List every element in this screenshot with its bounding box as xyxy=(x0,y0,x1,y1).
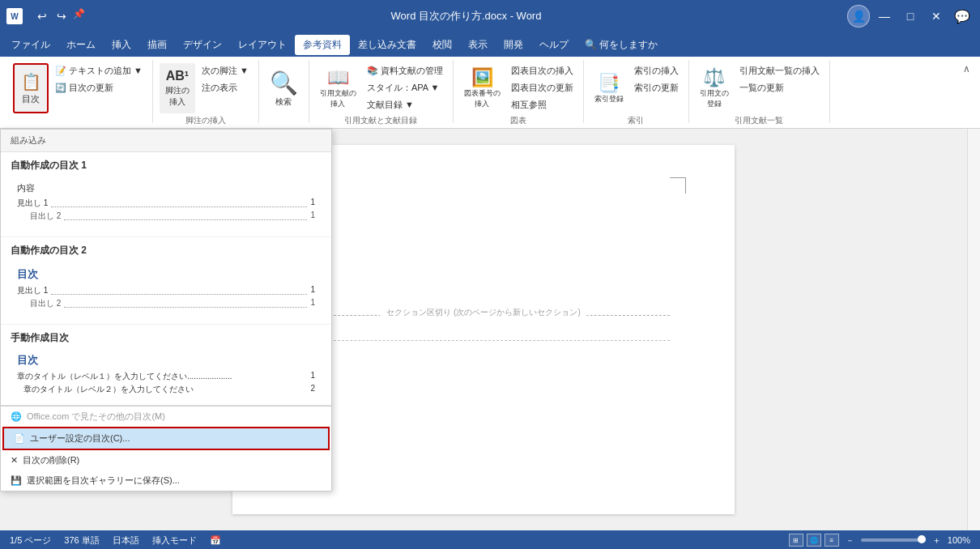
section-break-line2 xyxy=(297,340,670,341)
menu-mailings[interactable]: 差し込み文書 xyxy=(350,35,424,55)
menu-references[interactable]: 参考資料 xyxy=(295,35,350,55)
print-view-icon[interactable]: ⊞ xyxy=(789,534,803,547)
menu-view[interactable]: 表示 xyxy=(460,35,496,55)
cross-ref-button[interactable]: 相互参照 xyxy=(508,97,577,113)
insert-citation-button[interactable]: 📖 引用文献の挿入 xyxy=(316,63,360,113)
toc-dots-1 xyxy=(51,206,307,207)
zoom-plus-icon[interactable]: ＋ xyxy=(932,534,941,547)
menu-help[interactable]: ヘルプ xyxy=(531,35,577,55)
toc-dots-4 xyxy=(64,307,307,308)
index-group-label: 索引 xyxy=(628,115,644,126)
captions-small-btns: 図表目次の挿入 図表目次の更新 相互参照 xyxy=(508,63,577,113)
zoom-level: 100% xyxy=(948,535,970,545)
show-note-button[interactable]: 注の表示 xyxy=(198,80,252,96)
search-button[interactable]: 🔍 検索 xyxy=(266,63,302,113)
index-group-content: 📑 索引登録 索引の挿入 索引の更新 xyxy=(590,60,682,113)
view-icons: ⊞ 🌐 ≡ xyxy=(789,534,839,547)
word-icon: W xyxy=(6,8,23,24)
menu-review[interactable]: 校閲 xyxy=(424,35,460,55)
footnote-button[interactable]: AB¹ 脚注の挿入 xyxy=(160,63,195,113)
menu-develop[interactable]: 開発 xyxy=(496,35,531,55)
citations-small-btns: 📚資料文献の管理 スタイル：APA ▼ 文献目録 ▼ xyxy=(364,63,446,113)
toc-line-3: 見出し 1 1 xyxy=(17,285,315,296)
ribbon-collapse-button[interactable]: ∧ xyxy=(960,60,974,78)
insert-table-caption-button[interactable]: 図表目次の挿入 xyxy=(508,63,577,79)
globe-icon: 🌐 xyxy=(11,411,22,422)
menu-bar: ファイル ホーム 挿入 描画 デザイン レイアウト 参考資料 差し込み文書 校閲… xyxy=(0,32,980,57)
page-corner xyxy=(670,177,686,194)
bibliography-button[interactable]: 文献目録 ▼ xyxy=(364,97,446,113)
auto1-preview-title: 内容 xyxy=(17,182,315,194)
remove-toc-icon: ✕ xyxy=(11,455,18,466)
update-table-caption-button[interactable]: 図表目次の更新 xyxy=(508,80,577,96)
zoom-slider[interactable] xyxy=(861,538,926,542)
manual-line-2: 章のタイトル（レベル２）を入力してください 2 xyxy=(17,384,315,395)
undo-redo-group: ↩ ↪ 📌 xyxy=(34,8,85,24)
page-info: 1/5 ページ xyxy=(10,534,51,547)
minimize-button[interactable]: — xyxy=(873,5,896,28)
undo-button[interactable]: ↩ xyxy=(34,8,50,24)
toc-dropdown: 組み込み 自動作成の目次 1 内容 見出し 1 1 目出し 2 1 自動作成の目… xyxy=(0,129,332,492)
toc-dots-2 xyxy=(64,219,307,220)
menu-file[interactable]: ファイル xyxy=(3,35,58,55)
next-footnote-button[interactable]: 次の脚注 ▼ xyxy=(198,63,252,79)
ribbon-group-search: 🔍 検索 xyxy=(259,60,309,123)
toc-button[interactable]: 📋 目次 xyxy=(13,63,49,113)
manual-line-1: 章のタイトル（レベル１）を入力してください...................… xyxy=(17,371,315,382)
toc-line-1: 見出し 1 1 xyxy=(17,198,315,209)
title-bar-left: W ↩ ↪ 📌 xyxy=(6,8,85,24)
toc-dots-3 xyxy=(51,294,307,295)
menu-search[interactable]: 🔍 何をしますか xyxy=(577,35,666,55)
redo-button[interactable]: ↪ xyxy=(53,8,70,24)
menu-design[interactable]: デザイン xyxy=(175,35,230,55)
toc-option-auto1[interactable]: 自動作成の目次 1 内容 見出し 1 1 目出し 2 1 xyxy=(1,152,331,237)
window-title: Word 目次の作り方.docx - Word xyxy=(85,9,847,23)
close-button[interactable]: ✕ xyxy=(925,5,948,28)
style-dropdown[interactable]: スタイル：APA ▼ xyxy=(364,80,446,96)
update-toc-button[interactable]: 🔄 目次の更新 xyxy=(52,80,146,96)
remove-toc-item[interactable]: ✕ 目次の削除(R) xyxy=(1,450,331,470)
mark-entry-button[interactable]: 📑 索引登録 xyxy=(590,63,628,113)
custom-toc-item[interactable]: 📄 ユーザー設定の目次(C)... xyxy=(2,427,330,450)
insert-toa-button[interactable]: 引用文献一覧の挿入 xyxy=(736,63,823,79)
toc-option-manual[interactable]: 手動作成目次 目次 章のタイトル（レベル１）を入力してください.........… xyxy=(1,325,331,406)
toc-small-btns: 📝 テキストの追加 ▼ 🔄 目次の更新 xyxy=(52,63,146,96)
menu-layout[interactable]: レイアウト xyxy=(230,35,295,55)
read-view-icon[interactable]: ≡ xyxy=(824,534,839,547)
manage-sources-button[interactable]: 📚資料文献の管理 xyxy=(364,63,446,79)
menu-draw[interactable]: 描画 xyxy=(139,35,175,55)
add-text-button[interactable]: 📝 テキストの追加 ▼ xyxy=(52,63,146,79)
insert-index-button[interactable]: 索引の挿入 xyxy=(631,63,682,79)
calendar-icon: 📅 xyxy=(210,535,221,546)
web-view-icon[interactable]: 🌐 xyxy=(807,534,821,547)
manual-preview: 目次 章のタイトル（レベル１）を入力してください................… xyxy=(11,348,322,402)
ribbon-group-citations: 📖 引用文献の挿入 📚資料文献の管理 スタイル：APA ▼ 文献目録 ▼ 引用文… xyxy=(309,60,454,123)
menu-insert[interactable]: 挿入 xyxy=(104,35,139,55)
user-avatar[interactable]: 👤 xyxy=(847,5,870,28)
auto1-title: 自動作成の目次 1 xyxy=(11,159,322,172)
toc-option-auto2[interactable]: 自動作成の目次 2 目次 見出し 1 1 目出し 2 1 xyxy=(1,237,331,325)
toa-icon: ⚖️ xyxy=(703,67,725,88)
menu-home[interactable]: ホーム xyxy=(58,35,104,55)
maximize-button[interactable]: □ xyxy=(899,5,922,28)
zoom-minus-icon[interactable]: － xyxy=(846,534,854,547)
manual-preview-title: 目次 xyxy=(17,353,315,368)
update-toa-button[interactable]: 一覧の更新 xyxy=(736,80,823,96)
toa-small-btns: 引用文献一覧の挿入 一覧の更新 xyxy=(736,63,823,96)
mark-citation-button[interactable]: ⚖️ 引用文の登録 xyxy=(696,63,733,113)
status-bar: 1/5 ページ 376 単語 日本語 挿入モード 📅 ⊞ 🌐 ≡ － ＋ 100… xyxy=(0,530,980,549)
ribbon-group-toc: 📋 目次 📝 テキストの追加 ▼ 🔄 目次の更新 xyxy=(6,60,153,123)
status-right: ⊞ 🌐 ≡ － ＋ 100% xyxy=(789,534,970,547)
vertical-scrollbar[interactable] xyxy=(967,129,980,530)
auto2-preview-title: 目次 xyxy=(17,267,315,282)
page-top-space xyxy=(297,194,670,291)
chat-icon[interactable]: 💬 xyxy=(951,5,974,28)
ribbon-group-toa: ⚖️ 引用文の登録 引用文献一覧の挿入 一覧の更新 引用文献一覧 xyxy=(689,60,830,123)
insert-caption-button[interactable]: 🖼️ 図表番号の挿入 xyxy=(460,63,505,113)
toc-icon: 📋 xyxy=(21,72,41,92)
update-index-button[interactable]: 索引の更新 xyxy=(631,80,682,96)
word-count: 376 単語 xyxy=(64,534,99,547)
toa-group-label: 引用文献一覧 xyxy=(735,115,783,126)
search-group-content: 🔍 検索 xyxy=(266,60,302,121)
save-selection-item[interactable]: 💾 選択範囲を目次ギャラリーに保存(S)... xyxy=(1,470,331,491)
